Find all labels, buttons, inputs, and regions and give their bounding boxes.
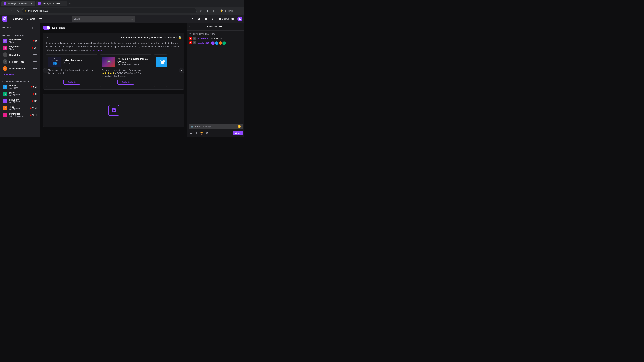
chat-username-1[interactable]: moodjoy071 — [197, 37, 210, 40]
chat-header: ↦ STREAM CHAT — [187, 23, 244, 30]
header-more-button[interactable]: ••• — [38, 16, 43, 22]
sidebar-item-kkatamina[interactable]: K kkatamina Offline — [1, 51, 40, 58]
search-button[interactable] — [129, 16, 135, 22]
avatar-tenz: T — [3, 106, 8, 110]
channel-viewers-ironmouse: 16.2K — [30, 114, 38, 116]
channel-info-pipluptiny: pipluptiny VALORANT — [9, 98, 30, 103]
activate-button-1[interactable]: Activate — [64, 80, 80, 85]
channel-viewers-s0mcs: 8.2K — [31, 86, 38, 88]
lock-icon: 🔒 — [178, 36, 182, 39]
carousel-left-arrow[interactable]: ‹ — [43, 68, 48, 73]
sidebar-for-you-header: For You ←| ↕ — [0, 24, 40, 30]
ext-card-2-header: 🎮 🎮 Free & Animated Panels - OWN3D Strea… — [100, 55, 152, 69]
tab-videos[interactable]: T moodjoy071's Videos - Twitch ✕ — [1, 1, 35, 6]
chat-emoji-button[interactable]: 😊 — [238, 125, 241, 128]
activate-button-2[interactable]: Activate — [118, 80, 134, 85]
get-ad-free-button[interactable]: Get Ad-Free — [217, 17, 236, 21]
notifications-button[interactable] — [190, 16, 195, 22]
carousel-right-arrow[interactable]: › — [179, 68, 184, 73]
tab-close-videos[interactable]: ✕ — [30, 2, 32, 5]
new-tab-button[interactable]: + — [68, 1, 72, 6]
twitch-logo[interactable] — [2, 16, 8, 22]
nav-bar: ‹ › ↻ 🔒 twitch.tv/moodjoy071 ☆ ⬇ ⊡ 🕵 Inc… — [0, 7, 244, 15]
ext-card-free-panels: 🎮 🎮 Free & Animated Panels - OWN3D Strea… — [100, 54, 152, 87]
browse-nav-item[interactable]: Browse — [25, 16, 37, 21]
ext-actions-2: Activate — [100, 78, 152, 87]
add-panel-icon[interactable] — [108, 105, 119, 116]
tab-close-moodjoy[interactable]: ✕ — [62, 2, 64, 5]
sidebar-item-tenz[interactable]: T TenZ VALORANT 11.7K — [1, 105, 40, 111]
viewer-count-curry: 1K — [35, 93, 38, 95]
sidebar-item-rayrachel[interactable]: R RayRachel Music 367 — [1, 44, 40, 51]
tab-title-moodjoy: moodjoy071 - Twitch — [42, 2, 60, 4]
sidebar-item-s0mcs[interactable]: S s0mcs VALORANT 8.2K — [1, 83, 40, 90]
address-bar[interactable]: 🔒 twitch.tv/moodjoy071 — [22, 8, 197, 13]
chat-username-2[interactable]: moodjoy071 — [197, 41, 210, 45]
edit-panels-label[interactable]: Edit Panels — [52, 26, 65, 29]
chat-pin-button[interactable] — [194, 131, 199, 135]
chat-icon-button[interactable] — [203, 16, 209, 22]
sidebar-item-magic899tv[interactable]: M Magic899TV Music 59 — [1, 37, 40, 44]
back-button[interactable]: ‹ — [2, 8, 8, 13]
sidebar-item-betboom[interactable]: B betboom_eng2 Offline — [1, 58, 40, 65]
chat-trophy-button[interactable]: 🏆 — [200, 131, 204, 135]
channel-info-mikarose: MikaRoseMusic — [9, 67, 30, 70]
channel-status-mikarose: Offline — [32, 67, 38, 70]
ext-info-1: Latest Followers Casperr — [64, 59, 96, 64]
sort-sidebar-button[interactable]: ↕ — [34, 26, 38, 30]
tab-moodjoy[interactable]: T moodjoy071 - Twitch ✕ — [36, 1, 67, 6]
latest-followers-thumb: LATESTFOLLOWS 👥 — [48, 57, 62, 67]
sidebar-item-ironmouse[interactable]: I ironmouse Lethal Company 16.2K — [1, 112, 40, 118]
browser-more-button[interactable]: ⋮ — [237, 8, 242, 13]
chat-shield-button[interactable]: 🛡 — [189, 131, 193, 135]
sidebar-item-curry[interactable]: C curry VALORANT 1K — [1, 90, 40, 97]
forward-button[interactable]: › — [9, 8, 14, 13]
edit-panels-bar: Edit Panels — [43, 26, 184, 30]
search-input[interactable] — [72, 16, 135, 22]
chat-add-user-button[interactable] — [240, 25, 242, 28]
chat-message-input[interactable] — [194, 125, 236, 128]
edit-panels-toggle[interactable] — [43, 26, 50, 30]
channel-name-betboom: betboom_eng2 — [9, 60, 30, 63]
live-dot-curry — [33, 93, 34, 95]
panel-description: To keep an audience and keep it growing … — [46, 41, 182, 52]
panel-extensions-card: ▲ Engage your community with panel exten… — [43, 32, 184, 90]
bookmark-button[interactable]: ☆ — [198, 8, 204, 13]
reload-button[interactable]: ↻ — [16, 8, 21, 13]
live-dot-magic899tv — [33, 40, 34, 41]
header-actions: ♛ Get Ad-Free — [190, 16, 242, 22]
channel-viewers-pipluptiny: 601 — [32, 100, 38, 102]
following-nav-item[interactable]: Following — [10, 16, 24, 21]
panel-extensions-title: Engage your community with panel extensi… — [121, 36, 177, 39]
channel-viewers-rayrachel: 367 — [32, 47, 38, 49]
sidebar-item-mikarose[interactable]: M MikaRoseMusic Offline — [1, 65, 40, 72]
user-avatar[interactable] — [238, 16, 242, 21]
tab-search-button[interactable]: ⊡ — [212, 8, 217, 13]
tab-bar: T moodjoy071's Videos - Twitch ✕ T moodj… — [0, 0, 244, 7]
twitch-app: Following Browse ••• ♛ — [0, 15, 244, 137]
extensions-carousel: ‹ LATESTFOLLOWS 👥 — [46, 54, 182, 87]
ext-name-1: Latest Followers — [64, 59, 96, 62]
chat-settings-button[interactable]: ⚙ — [205, 131, 210, 135]
channel-name-curry: curry — [9, 91, 31, 94]
viewer-count-tenz: 11.7K — [32, 107, 38, 109]
channel-name-kkatamina: kkatamina — [9, 54, 30, 56]
collapse-sidebar-button[interactable]: ←| — [29, 26, 33, 30]
collapse-panel-button[interactable]: ▲ — [46, 35, 50, 39]
learn-more-link[interactable]: Learn more. — [92, 49, 103, 51]
ext-actions-1: Activate — [46, 78, 98, 87]
channel-game-rayrachel: Music — [9, 48, 30, 50]
sidebar-item-pipluptiny[interactable]: P pipluptiny VALORANT 601 — [1, 97, 40, 104]
channel-name-mikarose: MikaRoseMusic — [9, 67, 30, 70]
avatar-magic899tv: M — [3, 38, 8, 43]
chat-badge-live-2: ▶ — [189, 41, 192, 44]
download-button[interactable]: ⬇ — [205, 8, 210, 13]
inbox-button[interactable] — [196, 16, 202, 22]
ext-author-1: Casperr — [64, 62, 96, 64]
chat-expand-icon[interactable]: ↦ — [189, 25, 192, 28]
crown-button[interactable]: ♛ — [210, 16, 215, 22]
show-more-followed[interactable]: Show More — [0, 72, 40, 77]
chat-send-button[interactable]: Chat — [232, 131, 243, 135]
lf-top-text: LATESTFOLLOWS — [51, 58, 58, 61]
twitch-main: For You ←| ↕ FOLLOWED CHANNELS M Magic89… — [0, 23, 244, 137]
